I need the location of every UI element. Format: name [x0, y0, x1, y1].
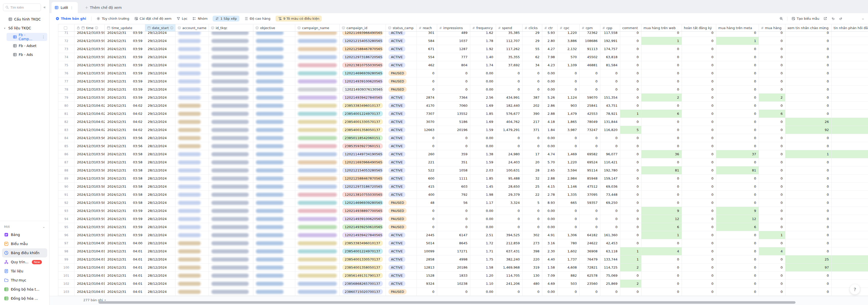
cell-account_name[interactable]: [176, 223, 209, 231]
cell-num[interactable]: 88: [58, 166, 74, 174]
cell-meta_purchase[interactable]: 0: [716, 280, 759, 287]
cell-cpm[interactable]: 69582: [580, 150, 600, 158]
cell-cpp[interactable]: 0: [600, 142, 620, 150]
cell-ctr[interactable]: 4.27: [542, 45, 558, 53]
cell-frequency[interactable]: 1.17: [470, 199, 496, 206]
cell-reach[interactable]: 600: [417, 174, 437, 182]
cell-cpc[interactable]: 1,865: [558, 118, 580, 126]
cell-cpp[interactable]: 0: [600, 223, 620, 231]
cell-spend[interactable]: 0: [496, 77, 523, 85]
cell-meta_purchase[interactable]: 0: [716, 134, 759, 142]
cell-cpc[interactable]: 665: [558, 199, 580, 206]
cell-objective[interactable]: [253, 158, 295, 166]
share-button[interactable]: [823, 17, 827, 21]
cell-num[interactable]: 90: [58, 183, 74, 190]
cell-comment[interactable]: 0: [620, 118, 642, 126]
cell-reach[interactable]: 48: [417, 199, 437, 206]
cell-account_name[interactable]: [176, 272, 209, 279]
cell-impressions[interactable]: 0: [437, 77, 470, 85]
cell-time[interactable]: 2024/12/3103:58: [74, 191, 105, 198]
cell-account_name[interactable]: [176, 77, 209, 85]
cell-campaign_name[interactable]: [295, 223, 340, 231]
cell-spend[interactable]: 117,262: [496, 45, 523, 53]
cell-clicks[interactable]: 390: [523, 110, 542, 118]
cell-reach[interactable]: 2445: [417, 231, 437, 239]
cell-account_name[interactable]: [176, 126, 209, 134]
cell-reach[interactable]: 400: [417, 191, 437, 198]
cell-reach[interactable]: 0: [417, 142, 437, 150]
cell-status_camp[interactable]: PAUSED: [386, 207, 417, 215]
cell-welcome_message_view[interactable]: 0: [785, 53, 832, 61]
cell-frequency[interactable]: 1.59: [470, 126, 496, 134]
cell-first_reply_message[interactable]: [832, 280, 868, 287]
cell-time_update[interactable]: 2024/12/3103:59: [105, 207, 145, 215]
cell-ctr[interactable]: 2.88: [542, 110, 558, 118]
cell-ctr[interactable]: 1.84: [542, 126, 558, 134]
cell-spend[interactable]: 0: [496, 215, 523, 223]
cell-cpc[interactable]: 1,737: [558, 255, 580, 263]
cell-clicks[interactable]: 371: [523, 126, 542, 134]
cell-purchase[interactable]: 0: [759, 183, 785, 190]
cell-comment[interactable]: 1: [620, 247, 642, 255]
cell-web_purchase[interactable]: 0: [642, 53, 682, 61]
cell-id_tkqc[interactable]: [209, 110, 253, 118]
cell-date_start[interactable]: 29/12/2024: [145, 118, 176, 126]
cell-first_reply_message[interactable]: [832, 174, 868, 182]
cell-first_reply_message[interactable]: [832, 272, 868, 279]
cell-purchase[interactable]: 0: [759, 166, 785, 174]
cell-clicks[interactable]: 29: [523, 37, 542, 45]
cell-time[interactable]: 2024/12/3103:59: [74, 69, 105, 77]
cell-clicks[interactable]: 130: [523, 272, 542, 279]
sidebar-item-s-li-u-tkqc[interactable]: ▾Số liệu TKQC: [2, 24, 47, 32]
cell-complete_registration[interactable]: 0: [682, 158, 716, 166]
cell-status_camp[interactable]: ACTIVE: [386, 61, 417, 69]
cell-web_purchase[interactable]: 0: [642, 199, 682, 206]
cell-date_start[interactable]: 29/12/2024: [145, 53, 176, 61]
view-settings-button[interactable]: Cài đặt chế độ xem: [134, 17, 172, 21]
cell-time[interactable]: 2024/12/3103:59: [74, 77, 105, 85]
cell-reach[interactable]: 0: [417, 77, 437, 85]
cell-reach[interactable]: 0: [417, 85, 437, 93]
cell-welcome_message_view[interactable]: 0: [785, 37, 832, 45]
cell-impressions[interactable]: 0: [437, 207, 470, 215]
cell-num[interactable]: 82: [58, 118, 74, 126]
cell-meta_purchase[interactable]: 6: [716, 223, 759, 231]
cell-campaign_id[interactable]: 120212588467870565: [340, 174, 386, 182]
sidebar-item-fb-ads[interactable]: Fb - Ads: [6, 51, 47, 59]
cell-impressions[interactable]: 1111: [437, 174, 470, 182]
cell-objective[interactable]: [253, 223, 295, 231]
cell-time[interactable]: 2024/12/3103:58: [74, 158, 105, 166]
cell-cpp[interactable]: 174,757: [600, 45, 620, 53]
cell-first_reply_message[interactable]: [832, 215, 868, 223]
cell-status_camp[interactable]: ACTIVE: [386, 45, 417, 53]
cell-objective[interactable]: [253, 110, 295, 118]
cell-objective[interactable]: [253, 288, 295, 296]
cell-complete_registration[interactable]: 0: [682, 45, 716, 53]
cell-ctr[interactable]: 2.80: [542, 37, 558, 45]
cell-campaign_id[interactable]: 120214939100620565: [340, 215, 386, 223]
column-header-meta_purchase[interactable]: mua hàng trên meta: [716, 24, 759, 31]
cell-first_reply_message[interactable]: [832, 255, 868, 263]
cell-campaign_id[interactable]: 23854001330570137: [340, 118, 386, 126]
cell-comment[interactable]: 1: [620, 110, 642, 118]
cell-campaign_name[interactable]: [295, 142, 340, 150]
cell-spend[interactable]: 212,859: [496, 239, 523, 247]
column-header-complete_registration[interactable]: hoàn tất đăng ký: [682, 24, 716, 31]
cell-account_name[interactable]: [176, 93, 209, 102]
cell-account_name[interactable]: [176, 118, 209, 126]
cell-objective[interactable]: [253, 69, 295, 77]
cell-cpc[interactable]: 0: [558, 134, 580, 142]
cell-spend[interactable]: 0: [496, 134, 523, 142]
cell-impressions[interactable]: 0: [437, 223, 470, 231]
cell-account_name[interactable]: [176, 61, 209, 69]
cell-comment[interactable]: 0: [620, 150, 642, 158]
cell-meta_purchase[interactable]: 0: [716, 126, 759, 134]
cell-impressions[interactable]: 351: [437, 158, 470, 166]
cell-num[interactable]: 80: [58, 102, 74, 110]
cell-ctr[interactable]: 2.86: [542, 102, 558, 110]
cell-cpc[interactable]: 0: [558, 215, 580, 223]
cell-cpp[interactable]: 133,744: [600, 255, 620, 263]
cell-time[interactable]: 2024/12/3103:58: [74, 174, 105, 182]
cell-cpm[interactable]: 91113: [580, 45, 600, 53]
horizontal-scrollbar[interactable]: [98, 301, 796, 304]
